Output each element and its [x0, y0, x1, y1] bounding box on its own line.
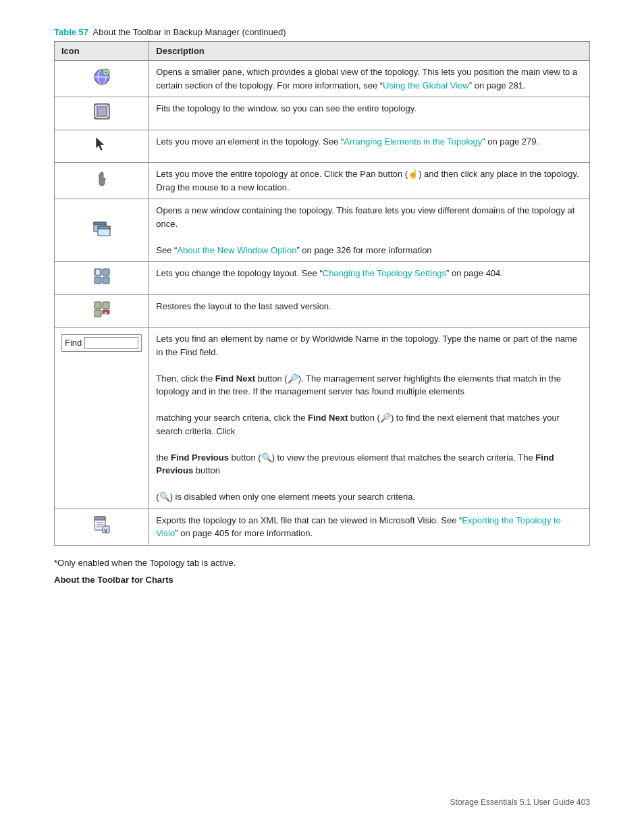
icon-cell-export: V — [55, 509, 149, 545]
svg-rect-23 — [103, 302, 109, 309]
footnote: *Only enabled when the Topology tab is a… — [54, 558, 590, 568]
footer-text: Storage Essentials 5.1 User Guide 403 — [450, 798, 590, 807]
icon-cell-restore: ↺ — [55, 294, 149, 328]
desc-cell-find: Lets you find an element by name or by W… — [149, 328, 590, 509]
find-label: Find — [65, 336, 82, 350]
desc-cell-move: Lets you move an element in the topology… — [149, 130, 590, 163]
table-row: Lets you change the topology layout. See… — [55, 262, 590, 295]
svg-rect-28 — [95, 517, 105, 520]
svg-rect-7 — [97, 107, 107, 116]
icon-cell-globe: + — [55, 61, 149, 97]
find-field-widget: Find — [61, 334, 142, 352]
globe-view-icon: + — [92, 68, 111, 86]
desc-cell-globe: Opens a smaller pane, which provides a g… — [149, 61, 590, 97]
section-heading: About the Toolbar for Charts — [54, 575, 590, 585]
svg-text:↺: ↺ — [103, 311, 107, 316]
link-topology-settings[interactable]: Changing the Topology Settings — [323, 268, 446, 278]
link-new-window[interactable]: About the New Window Option — [177, 245, 296, 255]
table-row: Opens a new window containing the topolo… — [55, 199, 590, 262]
link-global-view[interactable]: Using the Global View — [383, 80, 469, 90]
col-header-icon: Icon — [55, 42, 149, 61]
icon-cell-layout — [55, 262, 149, 295]
icon-cell-fit — [55, 97, 149, 130]
svg-text:+: + — [105, 70, 107, 75]
desc-cell-pan: Lets you move the entire topology at onc… — [149, 163, 590, 199]
svg-rect-24 — [95, 310, 101, 317]
fit-window-icon — [92, 102, 111, 121]
icon-cell-newwin — [55, 199, 149, 262]
pan-icon — [92, 170, 111, 188]
link-arranging[interactable]: Arranging Elements in the Topology — [344, 136, 482, 147]
desc-cell-newwin: Opens a new window containing the topolo… — [149, 199, 590, 262]
table-caption: Table 57 About the Toolbar in Backup Man… — [54, 27, 590, 37]
table-label: Table 57 — [54, 27, 88, 37]
svg-rect-20 — [103, 277, 109, 284]
desc-cell-export: Exports the topology to an XML file that… — [149, 509, 590, 545]
layout-icon — [92, 267, 111, 286]
find-input[interactable] — [84, 337, 138, 349]
table-row: V Exports the topology to an XML file th… — [55, 509, 590, 545]
icon-cell-find: Find — [55, 328, 149, 509]
icon-cell-move — [55, 130, 149, 163]
toolbar-table: Icon Description + Opens a smaller pane,… — [54, 41, 590, 546]
table-caption-text: About the Toolbar in Backup Manager (con… — [91, 27, 286, 37]
desc-cell-layout: Lets you change the topology layout. See… — [149, 262, 590, 295]
svg-text:V: V — [104, 527, 108, 533]
table-row: Fits the topology to the window, so you … — [55, 97, 590, 130]
new-window-icon — [92, 219, 111, 238]
table-row: + Opens a smaller pane, which provides a… — [55, 61, 590, 97]
desc-cell-fit: Fits the topology to the window, so you … — [149, 97, 590, 130]
page-footer: Storage Essentials 5.1 User Guide 403 — [450, 798, 590, 807]
table-row: Lets you move the entire topology at onc… — [55, 163, 590, 199]
export-visio-icon: V — [92, 515, 111, 534]
svg-rect-14 — [94, 222, 106, 225]
table-row: Find Lets you find an element by name or… — [55, 328, 590, 509]
svg-marker-12 — [96, 137, 105, 151]
svg-rect-18 — [103, 269, 109, 276]
svg-rect-22 — [95, 302, 101, 309]
svg-rect-21 — [96, 269, 100, 275]
table-row: ↺ Restores the layout to the last saved … — [55, 294, 590, 328]
desc-cell-restore: Restores the layout to the last saved ve… — [149, 294, 590, 328]
icon-cell-pan — [55, 163, 149, 199]
restore-layout-icon: ↺ — [92, 300, 111, 319]
move-element-icon — [92, 135, 111, 154]
col-header-desc: Description — [149, 42, 590, 61]
svg-rect-16 — [98, 226, 110, 229]
table-row: Lets you move an element in the topology… — [55, 130, 590, 163]
svg-rect-19 — [95, 277, 101, 284]
